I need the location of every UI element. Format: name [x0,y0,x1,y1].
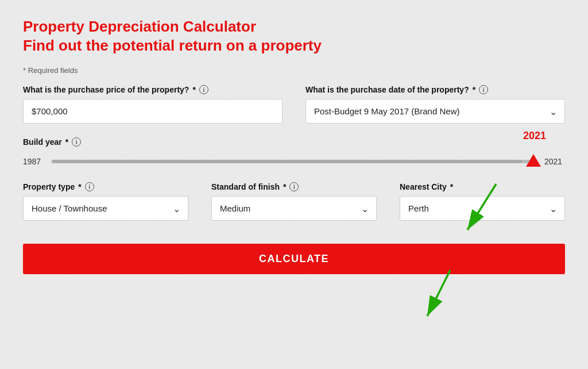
property-type-label: Property type * i [23,182,188,191]
standard-of-finish-label: Standard of finish * i [211,182,377,191]
slider-container: 1987 2021 2021 [23,157,565,166]
purchase-price-input[interactable] [23,99,283,124]
nearest-city-select[interactable]: Sydney Melbourne Brisbane Perth Adelaide… [400,196,565,221]
required-star-price: * [192,85,195,94]
purchase-date-select[interactable]: Post-Budget 9 May 2017 (Brand New) Pre-B… [305,99,565,124]
purchase-date-label: What is the purchase date of the propert… [305,85,565,94]
standard-of-finish-info-icon[interactable]: i [289,182,299,191]
row-property-details: Property type * i House / Townhouse Apar… [23,182,565,221]
standard-of-finish-select-wrapper: Low Medium High ⌄ [211,196,377,221]
page-title: Property Depreciation Calculator Find ou… [23,17,565,55]
build-year-section: Build year * i 1987 2021 2021 [23,137,565,166]
slider-track-wrap[interactable]: 2021 [52,160,536,163]
build-year-label: Build year * i [23,137,565,147]
nearest-city-label: Nearest City * [400,182,565,191]
required-star-type: * [78,182,81,191]
standard-of-finish-group: Standard of finish * i Low Medium High ⌄ [211,182,377,221]
slider-max-label: 2021 [544,157,565,166]
standard-of-finish-select[interactable]: Low Medium High [211,196,377,221]
build-year-info-icon[interactable]: i [72,137,81,147]
svg-line-3 [427,270,450,316]
purchase-date-group: What is the purchase date of the propert… [305,85,565,124]
nearest-city-select-wrapper: Sydney Melbourne Brisbane Perth Adelaide… [400,196,565,221]
required-note: * Required fields [23,66,565,75]
required-star-finish: * [283,182,286,191]
slider-track: 2021 [52,160,536,163]
nearest-city-group: Nearest City * Sydney Melbourne Brisbane… [400,182,565,221]
slider-min-label: 1987 [23,157,44,166]
purchase-date-select-wrapper: Post-Budget 9 May 2017 (Brand New) Pre-B… [305,99,565,124]
property-type-info-icon[interactable]: i [85,182,94,191]
calculate-button[interactable]: CALCULATE [23,244,565,274]
property-type-group: Property type * i House / Townhouse Apar… [23,182,188,221]
slider-thumb[interactable]: 2021 [526,154,541,167]
purchase-price-group: What is the purchase price of the proper… [23,85,283,124]
required-star-build: * [65,137,68,147]
required-star-city: * [450,182,453,191]
property-type-select-wrapper: House / Townhouse Apartment / Unit Comme… [23,196,188,221]
property-type-select[interactable]: House / Townhouse Apartment / Unit Comme… [23,196,188,221]
row-purchase: What is the purchase price of the proper… [23,85,565,124]
purchase-price-info-icon[interactable]: i [199,85,208,94]
purchase-price-label: What is the purchase price of the proper… [23,85,283,94]
slider-value-label: 2021 [523,130,546,142]
purchase-date-info-icon[interactable]: i [479,85,488,94]
slider-fill [52,160,522,163]
main-container: Property Depreciation Calculator Find ou… [0,0,588,369]
required-star-date: * [473,85,475,94]
